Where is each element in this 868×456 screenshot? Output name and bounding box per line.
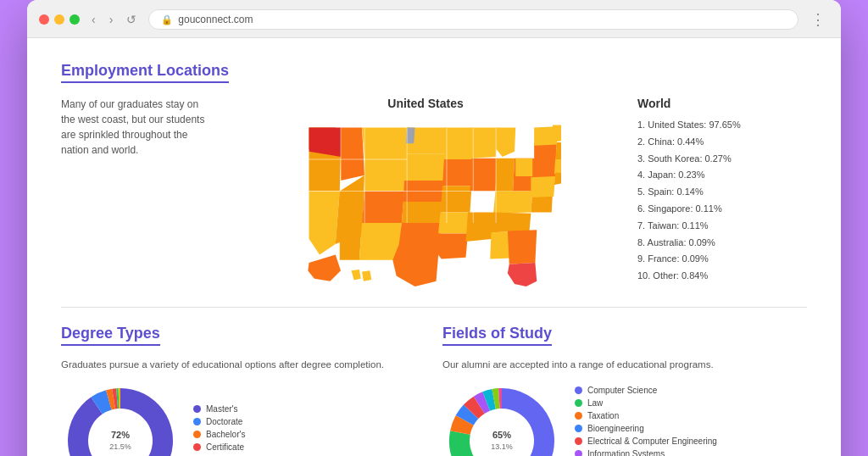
legend-dot	[575, 399, 582, 407]
svg-marker-4	[341, 128, 364, 181]
address-bar[interactable]: 🔒 gouconnect.com	[148, 9, 798, 30]
maximize-button[interactable]	[70, 14, 80, 25]
legend-label: Law	[587, 398, 603, 408]
svg-marker-2	[309, 152, 342, 192]
browser-window: ‹ › ↺ 🔒 gouconnect.com ⋮ Employment Loca…	[27, 0, 841, 456]
svg-marker-29	[493, 192, 532, 214]
map-title: United States	[387, 97, 463, 110]
legend-item: Master's	[193, 404, 285, 414]
browser-chrome: ‹ › ↺ 🔒 gouconnect.com ⋮	[27, 0, 841, 38]
svg-marker-44	[308, 255, 341, 281]
world-list: 1. United States: 97.65%2. China: 0.44%3…	[637, 117, 807, 285]
svg-marker-42	[554, 159, 561, 175]
svg-marker-30	[492, 213, 531, 233]
svg-text:65%: 65%	[492, 430, 511, 440]
page-content: Employment Locations Many of our graduat…	[27, 38, 841, 456]
legend-item: Electrical & Computer Engineering	[575, 437, 717, 446]
world-list-item: 6. Singapore: 0.11%	[637, 201, 807, 218]
legend-dot	[193, 418, 201, 425]
svg-marker-37	[515, 158, 532, 176]
legend-label: Computer Science	[587, 386, 657, 395]
refresh-button[interactable]: ↺	[123, 11, 140, 28]
svg-marker-9	[362, 192, 404, 224]
svg-marker-21	[438, 213, 470, 234]
employment-text: Many of our graduates stay on the west c…	[61, 97, 214, 158]
svg-marker-22	[437, 234, 469, 259]
legend-label: Bachelor's	[206, 430, 245, 439]
more-options-button[interactable]: ⋮	[807, 8, 829, 31]
svg-marker-3	[309, 192, 340, 255]
world-list-item: 1. United States: 97.65%	[637, 117, 807, 134]
svg-marker-7	[364, 159, 407, 192]
legend-label: Bioengineering	[587, 424, 644, 433]
back-button[interactable]: ‹	[88, 11, 99, 28]
world-list-item: 5. Spain: 0.14%	[637, 184, 807, 201]
world-stats: World 1. United States: 97.65%2. China: …	[637, 97, 807, 285]
world-list-item: 2. China: 0.44%	[637, 134, 807, 151]
legend-dot	[575, 450, 582, 457]
legend-label: Electrical & Computer Engineering	[587, 437, 717, 446]
degree-legend: Master'sDoctorateBachelor'sCertificateNo…	[193, 404, 285, 456]
legend-item: Computer Science	[575, 386, 717, 395]
fields-section: Fields of Study Our alumni are accepted …	[442, 325, 807, 456]
svg-marker-45	[352, 270, 361, 281]
minimize-button[interactable]	[54, 14, 64, 25]
degree-section: Degree Types Graduates pursue a variety …	[61, 325, 426, 456]
forward-button[interactable]: ›	[106, 11, 117, 28]
world-list-item: 3. South Korea: 0.27%	[637, 151, 807, 168]
legend-label: Certificate	[206, 442, 244, 452]
lock-icon: 🔒	[161, 14, 173, 25]
svg-marker-18	[444, 128, 473, 160]
usa-map	[290, 117, 561, 286]
fields-legend: Computer ScienceLawTaxationBioengineerin…	[575, 386, 717, 457]
svg-marker-6	[362, 128, 409, 160]
legend-dot	[575, 425, 582, 432]
svg-marker-15	[402, 202, 442, 223]
world-list-item: 4. Japan: 0.23%	[637, 167, 807, 184]
legend-dot	[193, 431, 201, 438]
world-list-item: 7. Taiwan: 0.11%	[637, 218, 807, 235]
svg-marker-27	[496, 158, 515, 192]
degree-description: Graduates pursue a variety of educationa…	[61, 359, 426, 370]
svg-marker-47	[406, 128, 415, 144]
svg-marker-46	[362, 270, 371, 281]
employment-description: Many of our graduates stay on the west c…	[61, 97, 214, 158]
svg-marker-10	[340, 223, 362, 260]
svg-marker-8	[340, 192, 364, 224]
legend-label: Master's	[206, 404, 237, 414]
degree-title: Degree Types	[61, 325, 160, 346]
map-container: United States	[231, 97, 620, 286]
svg-text:21.5%: 21.5%	[109, 442, 131, 451]
svg-text:72%: 72%	[111, 430, 130, 440]
svg-marker-23	[470, 128, 497, 158]
svg-marker-25	[466, 213, 496, 242]
world-list-item: 10. Other: 0.84%	[637, 268, 807, 285]
svg-text:13.1%: 13.1%	[491, 442, 513, 451]
url-text: gouconnect.com	[178, 14, 253, 25]
fields-chart-area: 65%13.1% Computer ScienceLawTaxationBioe…	[442, 381, 807, 456]
legend-item: Bioengineering	[575, 424, 717, 433]
svg-marker-33	[508, 263, 537, 286]
fields-title: Fields of Study	[442, 325, 552, 346]
traffic-lights	[39, 14, 80, 25]
world-list-item: 8. Australia: 0.09%	[637, 235, 807, 252]
legend-label: Taxation	[587, 411, 619, 420]
degree-donut-chart: 72%21.5%	[61, 381, 180, 456]
svg-marker-43	[554, 173, 561, 185]
nav-buttons: ‹ › ↺	[88, 11, 140, 28]
svg-marker-26	[496, 128, 515, 157]
legend-item: Law	[575, 398, 717, 408]
legend-dot	[575, 412, 582, 420]
svg-marker-20	[441, 186, 472, 212]
svg-marker-16	[399, 223, 441, 244]
svg-marker-36	[531, 158, 555, 178]
legend-item: Bachelor's	[193, 430, 285, 439]
employment-section: Many of our graduates stay on the west c…	[61, 97, 807, 286]
close-button[interactable]	[39, 14, 49, 25]
svg-marker-24	[470, 158, 498, 192]
svg-marker-35	[531, 175, 555, 198]
svg-marker-32	[508, 230, 537, 264]
fields-donut-chart: 65%13.1%	[442, 381, 561, 456]
section-divider	[61, 307, 807, 308]
world-title: World	[637, 97, 807, 110]
